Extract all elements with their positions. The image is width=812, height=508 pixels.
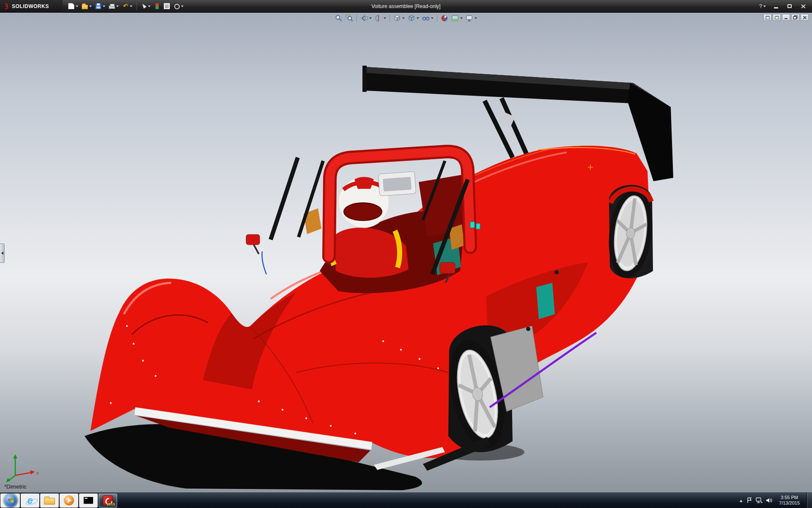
minimize-button[interactable] (770, 2, 782, 11)
view-settings-button[interactable] (465, 14, 478, 22)
maximize-button[interactable] (783, 2, 796, 11)
chevron-down-icon (76, 6, 78, 7)
chevron-down-icon (130, 6, 132, 7)
zoom-to-fit-button[interactable] (334, 14, 343, 22)
feature-manager-handle[interactable] (0, 243, 5, 263)
clock-time: 3:55 PM (779, 495, 800, 500)
chevron-down-icon (369, 17, 372, 19)
toolbar-separator (437, 15, 437, 22)
antenna-wire (262, 251, 266, 274)
document-window-controls (763, 14, 809, 21)
network-icon[interactable] (756, 497, 763, 503)
select-cursor-icon (140, 3, 147, 9)
cyan-detail (470, 222, 475, 228)
left-mirror (246, 235, 260, 254)
chevron-down-icon (89, 6, 92, 7)
tray-expand-icon[interactable]: ▲ (739, 498, 743, 503)
print-button[interactable] (107, 1, 120, 11)
show-desktop-button[interactable] (807, 493, 812, 508)
view-settings-icon (466, 14, 473, 22)
section-view-button[interactable] (374, 14, 387, 22)
open-file-icon (82, 5, 88, 9)
doc-minimize-button[interactable] (782, 14, 790, 21)
chevron-down-icon (116, 6, 119, 7)
solidworks-logo: SOLIDWORKS (0, 0, 63, 13)
collapse-arrow-icon (1, 251, 3, 255)
minimize-icon (784, 16, 788, 19)
close-icon (801, 4, 806, 8)
save-button[interactable] (94, 1, 107, 11)
doc-window-button[interactable] (763, 14, 771, 21)
view-orientation-button[interactable] (392, 14, 406, 22)
solidworks-logo-text: SOLIDWORKS (12, 3, 49, 9)
chevron-down-icon (148, 6, 151, 7)
chevron-down-icon (384, 17, 386, 19)
restore-icon (793, 15, 798, 19)
reference-triad: x (4, 452, 41, 482)
taskbar-clock[interactable]: 3:55 PM 7/13/2015 (776, 495, 803, 506)
media-player-icon (64, 495, 74, 505)
window-icon (775, 16, 779, 19)
new-file-icon (68, 3, 74, 9)
previous-view-button[interactable] (359, 14, 373, 22)
open-file-button[interactable] (80, 1, 93, 11)
options-button[interactable] (172, 1, 185, 11)
taskbar-item-solidworks[interactable]: 2015 (99, 494, 117, 508)
window-title: Voiture assemblee [Read-only] (371, 0, 440, 13)
help-button[interactable]: ? (756, 2, 769, 11)
chevron-down-icon (763, 6, 766, 7)
doc-close-button[interactable] (801, 14, 809, 21)
internet-explorer-icon: e (27, 495, 33, 505)
close-button[interactable] (797, 2, 809, 11)
taskbar-item-media-player[interactable] (60, 494, 78, 508)
apply-scene-button[interactable] (450, 14, 464, 22)
cyan-detail (476, 224, 480, 229)
taskbar-item-internet-explorer[interactable]: e (21, 494, 39, 508)
solidworks-logo-icon (3, 3, 10, 10)
title-bar: SOLIDWORKS Voiture assemblee [Read-only]… (0, 0, 812, 13)
rebuild-button[interactable] (153, 1, 162, 11)
file-properties-button[interactable] (162, 1, 171, 11)
undo-button[interactable] (121, 1, 134, 11)
hide-show-items-button[interactable] (421, 14, 434, 22)
rebuild-icon (155, 3, 159, 9)
chevron-down-icon (460, 17, 463, 19)
taskbar-item-file-explorer[interactable] (40, 494, 59, 508)
previous-view-icon (360, 14, 368, 22)
options-gear-icon (173, 3, 180, 9)
view-orientation-label: *Dimetric (4, 483, 27, 490)
zoom-to-area-button[interactable] (345, 14, 354, 22)
chevron-down-icon (103, 6, 105, 7)
select-button[interactable] (139, 1, 152, 11)
solidworks-version-badge: 2015 (107, 502, 115, 506)
toolbar-separator (390, 15, 390, 22)
rearview-mirror (378, 171, 416, 196)
chevron-down-icon (431, 17, 433, 19)
doc-restore-button[interactable] (791, 14, 799, 21)
maximize-icon (787, 4, 792, 8)
new-file-button[interactable] (67, 1, 80, 11)
chevron-down-icon (475, 17, 477, 19)
volume-icon[interactable] (766, 497, 772, 503)
graphics-viewport[interactable]: x *Dimetric (0, 13, 812, 492)
menu-toolbar (63, 1, 185, 11)
car-model (0, 13, 812, 492)
section-view-icon (375, 14, 382, 22)
windows-start-orb-icon (4, 494, 17, 507)
system-tray: ▲ 3:55 PM 7/13/2015 (739, 493, 812, 508)
clock-date: 7/13/2015 (779, 500, 800, 506)
close-icon (803, 16, 807, 19)
edit-appearance-button[interactable] (440, 14, 449, 22)
window-controls: ? (756, 2, 812, 11)
folder-icon (44, 498, 55, 505)
zoom-to-area-icon (346, 14, 353, 22)
start-button[interactable] (0, 494, 20, 508)
taskbar-item-command-prompt[interactable] (79, 494, 98, 508)
action-center-flag-icon[interactable] (746, 497, 752, 503)
zoom-to-fit-icon (335, 14, 343, 22)
glasses-icon (422, 14, 430, 22)
display-style-button[interactable] (407, 14, 420, 22)
doc-window-alt-button[interactable] (773, 14, 781, 21)
scene-icon (451, 14, 459, 22)
toolbar-separator (136, 3, 137, 10)
